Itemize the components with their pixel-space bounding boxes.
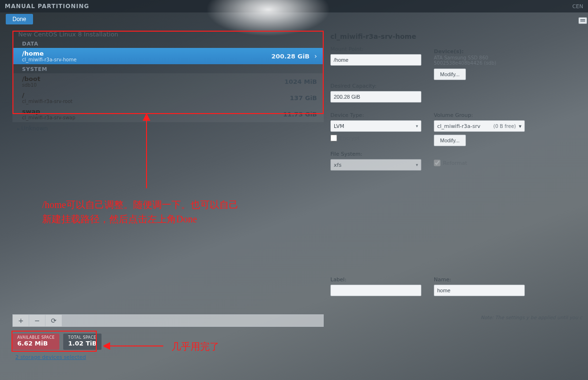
storage-devices-link[interactable]: 2 storage devices selected [15,354,86,360]
distro-tag: CEN [572,3,583,10]
detail-title: cl_miwifi-r3a-srv-home [330,33,582,40]
device-type-value: LVM [334,123,344,129]
filesystem-value: xfs [334,162,341,168]
partition-name: swap [22,108,283,115]
label-label: Label: [330,276,421,283]
add-button[interactable]: + [13,315,29,326]
desired-capacity-input[interactable] [330,91,421,103]
encrypt-checkbox-row[interactable]: Encrypt [330,135,421,141]
partition-size: 1024 MiB [284,78,317,85]
chevron-right-icon: › [314,52,317,60]
desired-capacity-label: Desired Capacity: [330,83,421,89]
volume-group-value: cl_miwifi-r3a-srv [437,123,480,129]
partition-sub: cl_miwifi-r3a-srv-root [22,99,290,104]
section-system: SYSTEM [12,64,324,73]
chevron-down-icon: ▾ [416,162,418,167]
total-space-value: 1.02 TiB [68,340,97,347]
unknown-expander[interactable]: Unknown [12,122,324,132]
space-summary: AVAILABLE SPACE 6.62 MiB TOTAL SPACE 1.0… [12,334,102,350]
partition-row-boot[interactable]: /boot sdb10 1024 MiB [12,73,324,90]
device-line1: ATA Samsung SSD 860 [434,55,525,60]
available-space-box: AVAILABLE SPACE 6.62 MiB [12,334,59,350]
section-data: DATA [12,39,324,48]
partition-row-home[interactable]: /home cl_miwifi-r3a-srv-home 200.28 GiB … [12,48,324,64]
device-type-select[interactable]: LVM ▾ [330,120,421,132]
note-text: Note: The settings y be applied until yo… [472,315,582,320]
devices-label: Device(s): [434,48,464,55]
encrypt-checkbox[interactable] [330,135,337,141]
partition-row-root[interactable]: / cl_miwifi-r3a-srv-root 137 GiB [12,90,324,106]
remove-button[interactable]: − [29,315,45,326]
total-space-box: TOTAL SPACE 1.02 TiB [63,334,102,350]
install-heading: New CentOS Linux 8 Installation [18,31,324,38]
filesystem-select[interactable]: xfs ▾ [330,159,421,171]
chevron-down-icon: ▾ [416,124,418,128]
partition-row-swap[interactable]: swap cl_miwifi-r3a-srv-swap 11.73 GiB [12,106,324,122]
installer-screen: MANUAL PARTITIONING CEN Done New CentOS … [0,0,588,380]
partition-sub: cl_miwifi-r3a-srv-swap [22,115,283,120]
available-space-label: AVAILABLE SPACE [17,335,55,340]
volume-group-select[interactable]: cl_miwifi-r3a-srv (0 B free) ▾ [434,120,525,132]
encrypt-label: Encrypt [339,135,360,141]
modify-vg-button[interactable]: Modify... [434,135,466,146]
done-bar: Done [0,12,588,27]
reload-button[interactable]: ⟳ [45,315,62,326]
mount-point-input[interactable] [330,54,421,66]
device-type-label: Device Type: [330,112,421,118]
partition-size: 137 GiB [290,94,317,102]
detail-panel: cl_miwifi-r3a-srv-home Mount Point: Devi… [330,30,582,354]
total-space-label: TOTAL SPACE [68,335,97,340]
partition-size: 11.73 GiB [283,111,317,118]
partition-sub: sdb10 [22,82,284,88]
available-space-value: 6.62 MiB [17,340,55,347]
mount-point-label: Mount Point: [330,46,421,52]
reformat-label: Reformat [443,160,467,166]
main-area: New CentOS Linux 8 Installation DATA /ho… [12,30,582,354]
top-bar: MANUAL PARTITIONING CEN [0,0,588,12]
partition-name: / [22,92,290,99]
done-button[interactable]: Done [6,14,33,24]
reformat-checkbox [434,160,441,166]
partition-sub: cl_miwifi-r3a-srv-home [22,57,271,62]
name-input[interactable] [434,285,525,296]
partition-name: /boot [22,75,284,82]
partition-name: /home [22,50,271,57]
reformat-checkbox-row: Reformat [434,160,525,166]
chevron-down-icon: ▾ [519,123,521,129]
page-title: MANUAL PARTITIONING [5,3,89,10]
partition-panel: New CentOS Linux 8 Installation DATA /ho… [12,30,324,354]
label-input[interactable] [330,285,421,296]
filesystem-label: File System: [330,151,421,157]
device-line2: 5002538e408b4426 (sdb) [434,60,525,66]
modify-devices-button[interactable]: Modify... [434,69,466,80]
volume-group-free: (0 B free) [493,124,516,129]
keyboard-indicator-icon[interactable] [578,17,587,24]
partition-toolbar: + − ⟳ [12,314,324,327]
partition-size: 200.28 GiB [271,53,310,60]
volume-group-label: Volume Group: [434,112,525,118]
name-label: Name: [434,276,525,283]
